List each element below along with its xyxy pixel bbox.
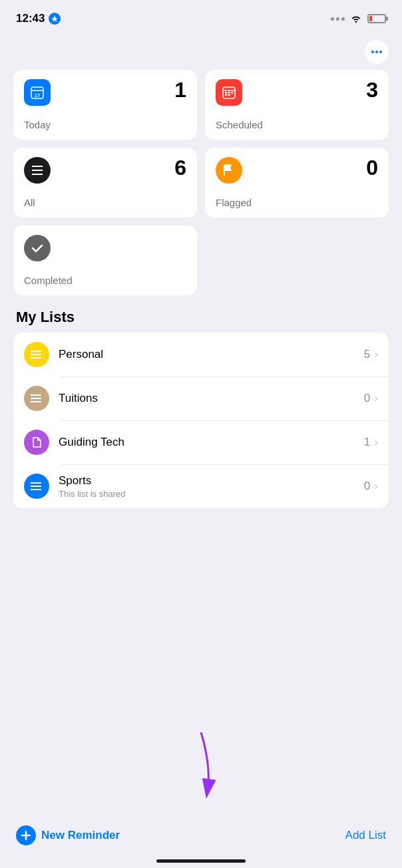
signal-dot-3 bbox=[341, 17, 345, 21]
main-content: 17 1 Today bbox=[0, 70, 402, 508]
smart-card-scheduled[interactable]: 3 Scheduled bbox=[205, 70, 389, 140]
home-indicator bbox=[156, 859, 246, 863]
today-icon: 17 bbox=[24, 79, 51, 106]
smart-card-today[interactable]: 17 1 Today bbox=[13, 70, 197, 140]
new-reminder-label: New Reminder bbox=[41, 829, 120, 842]
scheduled-icon bbox=[216, 79, 242, 106]
completed-label: Completed bbox=[24, 275, 186, 286]
arrow-annotation bbox=[158, 726, 244, 808]
tuitions-name: Tuitions bbox=[59, 392, 364, 405]
svg-point-14 bbox=[31, 354, 32, 355]
scheduled-count: 3 bbox=[366, 79, 378, 100]
svg-rect-9 bbox=[228, 92, 230, 94]
today-label: Today bbox=[24, 119, 186, 130]
svg-point-2 bbox=[379, 51, 382, 53]
guiding-tech-icon bbox=[24, 430, 49, 455]
svg-point-21 bbox=[31, 489, 32, 490]
sports-subtitle: This list is shared bbox=[59, 489, 364, 499]
new-reminder-circle bbox=[16, 825, 36, 845]
status-time: 12:43 bbox=[16, 12, 61, 25]
svg-point-15 bbox=[31, 357, 32, 359]
scheduled-label: Scheduled bbox=[216, 119, 378, 130]
personal-name: Personal bbox=[59, 348, 364, 361]
status-bar: 12:43 bbox=[0, 0, 402, 33]
tuitions-icon bbox=[24, 386, 49, 411]
svg-rect-10 bbox=[231, 92, 233, 94]
tuitions-right: 0 › bbox=[364, 392, 378, 405]
personal-chevron: › bbox=[374, 348, 378, 361]
svg-point-18 bbox=[31, 401, 32, 402]
personal-count: 5 bbox=[364, 348, 370, 361]
list-item-personal[interactable]: Personal 5 › bbox=[13, 333, 389, 376]
svg-rect-12 bbox=[228, 94, 230, 96]
svg-rect-11 bbox=[225, 94, 227, 96]
signal-dot-2 bbox=[336, 17, 339, 21]
sports-info: Sports This list is shared bbox=[59, 474, 364, 499]
personal-info: Personal bbox=[59, 348, 364, 361]
tuitions-info: Tuitions bbox=[59, 392, 364, 405]
svg-point-17 bbox=[31, 398, 32, 399]
flagged-label: Flagged bbox=[216, 197, 378, 208]
svg-point-13 bbox=[31, 351, 32, 352]
bottom-bar-content: New Reminder Add List bbox=[16, 825, 386, 845]
svg-point-16 bbox=[31, 394, 32, 396]
tuitions-count: 0 bbox=[364, 392, 370, 405]
guiding-tech-info: Guiding Tech bbox=[59, 436, 364, 449]
battery-fill bbox=[369, 16, 372, 21]
signal-dot-1 bbox=[331, 17, 334, 21]
guiding-tech-chevron: › bbox=[374, 436, 378, 449]
battery-icon bbox=[367, 14, 386, 23]
svg-point-1 bbox=[375, 51, 378, 53]
new-reminder-button[interactable]: New Reminder bbox=[16, 825, 120, 845]
signal-dots bbox=[331, 17, 345, 21]
smart-card-flagged[interactable]: 0 Flagged bbox=[205, 148, 389, 217]
lists-container: Personal 5 › Tuitions 0 › bbox=[13, 333, 389, 508]
all-icon bbox=[24, 157, 51, 184]
guiding-tech-count: 1 bbox=[364, 436, 370, 449]
list-item-tuitions[interactable]: Tuitions 0 › bbox=[13, 376, 389, 420]
location-icon bbox=[49, 13, 61, 25]
smart-card-all[interactable]: 6 All bbox=[13, 148, 197, 217]
tuitions-chevron: › bbox=[374, 392, 378, 405]
flagged-icon bbox=[216, 157, 242, 184]
time-label: 12:43 bbox=[16, 12, 45, 25]
svg-rect-8 bbox=[225, 92, 227, 94]
guiding-tech-right: 1 › bbox=[364, 436, 378, 449]
sports-chevron: › bbox=[374, 480, 378, 493]
more-options-button[interactable] bbox=[365, 40, 389, 64]
list-item-sports[interactable]: Sports This list is shared 0 › bbox=[13, 464, 389, 508]
flagged-count: 0 bbox=[366, 157, 378, 178]
sports-count: 0 bbox=[364, 480, 370, 493]
svg-text:17: 17 bbox=[35, 92, 41, 98]
personal-icon bbox=[24, 342, 49, 367]
today-count: 1 bbox=[174, 79, 186, 100]
all-count: 6 bbox=[174, 157, 186, 178]
list-item-guiding-tech[interactable]: Guiding Tech 1 › bbox=[13, 420, 389, 464]
guiding-tech-name: Guiding Tech bbox=[59, 436, 364, 449]
all-label: All bbox=[24, 197, 186, 208]
wifi-icon bbox=[350, 14, 362, 23]
sports-icon bbox=[24, 474, 49, 499]
svg-point-19 bbox=[31, 482, 32, 484]
sports-name: Sports bbox=[59, 474, 364, 488]
status-right bbox=[331, 14, 386, 23]
completed-icon bbox=[24, 235, 51, 261]
smart-lists-grid: 17 1 Today bbox=[13, 70, 389, 295]
personal-right: 5 › bbox=[364, 348, 378, 361]
my-lists-title: My Lists bbox=[16, 309, 389, 326]
svg-point-20 bbox=[31, 486, 32, 487]
smart-card-completed[interactable]: Completed bbox=[13, 225, 197, 295]
svg-point-0 bbox=[371, 51, 374, 53]
add-list-button[interactable]: Add List bbox=[345, 829, 386, 842]
sports-right: 0 › bbox=[364, 480, 378, 493]
